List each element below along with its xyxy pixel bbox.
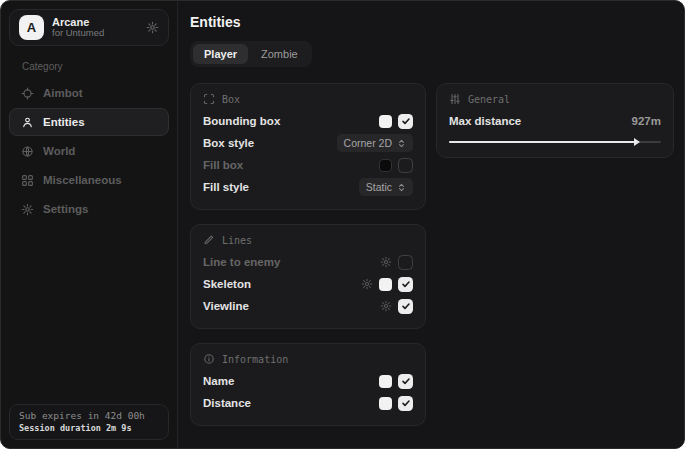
row-settings-gear-icon[interactable]	[380, 256, 392, 268]
section-title: Box	[222, 94, 240, 105]
setting-label: Distance	[203, 397, 251, 409]
sidebar-item-label: Aimbot	[43, 87, 83, 99]
sidebar-item-settings[interactable]: Settings	[9, 195, 169, 223]
session-duration-text: Session duration 2m 9s	[19, 423, 159, 433]
box-corners-icon	[203, 93, 215, 105]
sub-expiry-text: Sub expires in 42d 00h	[19, 410, 159, 421]
setting-label: Line to enemy	[203, 256, 280, 268]
setting-row-box-style: Box style Corner 2D	[203, 132, 413, 154]
sidebar-item-miscellaneous[interactable]: Miscellaneous	[9, 166, 169, 194]
color-swatch[interactable]	[379, 375, 392, 388]
sidebar-item-label: Entities	[43, 116, 85, 128]
color-swatch[interactable]	[379, 115, 392, 128]
color-swatch[interactable]	[379, 397, 392, 410]
setting-label: Box style	[203, 137, 254, 149]
box-section-card: Box Bounding box Box style	[190, 83, 426, 210]
app-logo: A	[19, 15, 44, 40]
setting-label: Fill box	[203, 159, 243, 171]
sidebar: A Arcane for Untumed Category Ai	[1, 1, 177, 448]
setting-row-fill-style: Fill style Static	[203, 176, 413, 198]
sidebar-item-label: World	[43, 145, 75, 157]
sidebar-item-label: Settings	[43, 203, 88, 215]
setting-label: Bounding box	[203, 115, 280, 127]
setting-label: Skeleton	[203, 278, 251, 290]
information-section-card: Information Name Distance	[190, 343, 426, 426]
setting-row-bounding-box: Bounding box	[203, 110, 413, 132]
sidebar-nav: Aimbot Entities World	[9, 79, 169, 223]
general-section-card: General Max distance 927m	[436, 83, 674, 158]
setting-row-line-to-enemy: Line to enemy	[203, 251, 413, 273]
dropdown-value: Corner 2D	[344, 137, 392, 149]
setting-label: Max distance	[449, 115, 521, 127]
checkbox-unchecked[interactable]	[398, 255, 413, 270]
gear-icon	[21, 203, 34, 216]
setting-label: Viewline	[203, 300, 249, 312]
row-settings-gear-icon[interactable]	[380, 300, 392, 312]
section-title: Lines	[222, 235, 252, 246]
sliders-icon	[449, 93, 461, 105]
row-settings-gear-icon[interactable]	[361, 278, 373, 290]
tab-bar: Player Zombie	[190, 41, 312, 67]
chevrons-up-down-icon	[397, 139, 406, 148]
lines-section-card: Lines Line to enemy Skeleton	[190, 224, 426, 329]
setting-label: Name	[203, 375, 234, 387]
fill-style-dropdown[interactable]: Static	[359, 178, 413, 196]
setting-row-distance: Distance	[203, 392, 413, 414]
sidebar-item-label: Miscellaneous	[43, 174, 122, 186]
setting-row-max-distance: Max distance 927m	[449, 110, 661, 132]
tab-zombie[interactable]: Zombie	[250, 44, 309, 64]
setting-row-viewline: Viewline	[203, 295, 413, 317]
checkbox-unchecked[interactable]	[398, 158, 413, 173]
category-label: Category	[22, 61, 169, 72]
app-window: A Arcane for Untumed Category Ai	[0, 0, 685, 449]
setting-row-name: Name	[203, 370, 413, 392]
color-swatch[interactable]	[379, 159, 392, 172]
app-subtitle: for Untumed	[52, 28, 104, 39]
setting-label: Fill style	[203, 181, 249, 193]
max-distance-value: 927m	[632, 115, 661, 127]
chevrons-up-down-icon	[397, 183, 406, 192]
max-distance-slider[interactable]	[449, 137, 661, 146]
section-title: Information	[222, 354, 288, 365]
checkbox-checked[interactable]	[398, 374, 413, 389]
sidebar-item-aimbot[interactable]: Aimbot	[9, 79, 169, 107]
setting-row-skeleton: Skeleton	[203, 273, 413, 295]
checkbox-checked[interactable]	[398, 396, 413, 411]
tab-player[interactable]: Player	[193, 44, 248, 64]
globe-icon	[21, 145, 34, 158]
main-panel: Entities Player Zombie Box	[177, 1, 685, 448]
section-title: General	[468, 94, 510, 105]
sidebar-item-world[interactable]: World	[9, 137, 169, 165]
app-header-card: A Arcane for Untumed	[9, 9, 169, 46]
slider-thumb[interactable]	[634, 138, 640, 146]
pencil-icon	[203, 234, 215, 246]
sidebar-item-entities[interactable]: Entities	[9, 108, 169, 136]
page-title: Entities	[190, 14, 674, 30]
subscription-info-card: Sub expires in 42d 00h Session duration …	[9, 404, 169, 440]
checkbox-checked[interactable]	[398, 299, 413, 314]
slider-fill	[449, 141, 636, 143]
dropdown-value: Static	[366, 181, 392, 193]
box-style-dropdown[interactable]: Corner 2D	[337, 134, 413, 152]
person-icon	[21, 116, 34, 129]
grid-icon	[21, 174, 34, 187]
setting-row-fill-box: Fill box	[203, 154, 413, 176]
info-icon	[203, 353, 215, 365]
checkbox-checked[interactable]	[398, 114, 413, 129]
settings-gear-icon[interactable]	[146, 21, 159, 34]
crosshair-icon	[21, 87, 34, 100]
color-swatch[interactable]	[379, 278, 392, 291]
checkbox-checked[interactable]	[398, 277, 413, 292]
